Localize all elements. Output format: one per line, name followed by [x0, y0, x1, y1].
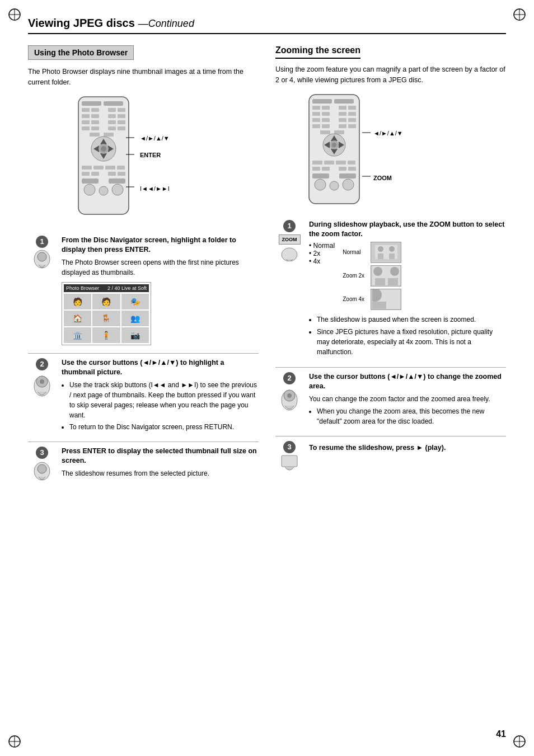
zoom2x-row: Zoom 2x	[343, 265, 401, 287]
thumb-header: Photo Browser 2 / 40 Live at Soft	[64, 284, 149, 292]
normal-zoom-row: Normal	[343, 242, 401, 263]
thumb-grid: 🧑 🧑 🎭 🏠 🪑 👥 🏛️ 🧍 📷	[64, 294, 149, 343]
left-step-1: 1 From the Disc Navigator screen, highli…	[28, 236, 259, 345]
right-step2-bullet: When you change the zoom area, this beco…	[317, 406, 506, 426]
right-step2-icon	[279, 384, 299, 412]
left-section-header: Using the Photo Browser	[28, 45, 134, 60]
main-content: Using the Photo Browser The Photo Browse…	[28, 45, 506, 489]
right-step2-title: Use the cursor buttons (◄/►/▲/▼) to chan…	[309, 372, 506, 392]
divider-2	[28, 442, 259, 442]
right-column: Zooming the screen Using the zoom featur…	[275, 45, 506, 489]
zoom-options-list: • Normal • 2x • 4x	[309, 242, 335, 310]
zoom-images-col: Normal Zoom 2x	[343, 242, 401, 310]
step2-bullet-1: Use the track skip buttons (I◄◄ and ►►I)…	[69, 380, 259, 420]
left-step-2: 2 Use the cursor buttons (◄/►/▲/▼) to hi…	[28, 358, 259, 434]
svg-point-57	[38, 252, 46, 261]
bullet-paused: The slideshow is paused when the screen …	[317, 314, 506, 325]
step2-icon	[32, 370, 52, 398]
divider-1	[28, 353, 259, 354]
page-number: 41	[496, 729, 506, 739]
right-step3-content: To resume the slideshow, press ► (play).	[309, 441, 506, 456]
thumb-3: 🎭	[121, 294, 149, 309]
thumb-2: 🧑	[92, 294, 120, 309]
thumb-8: 🧍	[92, 327, 120, 343]
svg-rect-123	[282, 456, 297, 467]
zoom2x-label: Zoom 2x	[343, 273, 368, 279]
right-arrow-lines	[275, 93, 455, 211]
right-step1-title: During slideshow playback, use the ZOOM …	[309, 220, 506, 240]
step2-content: Use the cursor buttons (◄/►/▲/▼) to high…	[62, 358, 259, 434]
right-step3-title: To resume the slideshow, press ► (play).	[309, 443, 506, 453]
step1-number: 1	[36, 236, 48, 248]
svg-point-113	[373, 267, 382, 276]
zoom-opt-normal: • Normal	[309, 242, 335, 250]
thumb-1: 🧑	[64, 294, 91, 309]
right-step1-content: During slideshow playback, use the ZOOM …	[309, 220, 506, 359]
right-divider-1	[275, 367, 506, 368]
right-step2-bullets: When you change the zoom area, this beco…	[309, 406, 506, 426]
left-step-list: 1 From the Disc Navigator screen, highli…	[28, 236, 259, 481]
zoom-options-row: • Normal • 2x • 4x Normal	[309, 242, 506, 310]
step1-icon	[32, 248, 52, 270]
svg-point-109	[389, 246, 395, 252]
normal-label: Normal	[343, 249, 368, 255]
thumb-7: 🏛️	[64, 327, 91, 343]
left-arrow-lines	[28, 96, 207, 224]
right-step2-body: You can change the zoom factor and the z…	[309, 394, 506, 404]
step3-body: The slideshow resumes from the selected …	[62, 468, 259, 478]
left-section-intro: The Photo Browser displays nine thumbnai…	[28, 67, 259, 88]
right-step2-content: Use the cursor buttons (◄/►/▲/▼) to chan…	[309, 372, 506, 428]
thumb-4: 🏠	[64, 311, 91, 326]
zoom-button-icon: ZOOM	[279, 234, 301, 245]
svg-rect-115	[375, 278, 385, 285]
step1-body: The Photo Browser screen opens with the …	[62, 257, 259, 278]
left-step-3: 3 Press ENTER to display the selected th…	[28, 447, 259, 481]
right-step2-number: 2	[283, 372, 296, 384]
svg-point-60	[40, 379, 44, 384]
right-step1-number: 1	[283, 220, 296, 232]
svg-rect-110	[378, 253, 383, 259]
right-step-2: 2 Use the cursor buttons (◄/►/▲/▼) to ch…	[275, 372, 506, 428]
right-step-1: 1 ZOOM During slideshow playback, use th…	[275, 220, 506, 359]
zoom2x-img	[371, 265, 401, 287]
right-divider-2	[275, 436, 506, 436]
svg-point-122	[287, 393, 292, 398]
right-step-list: 1 ZOOM During slideshow playback, use th…	[275, 220, 506, 473]
svg-rect-111	[389, 253, 395, 259]
zoom4x-row: Zoom 4x	[343, 289, 401, 310]
right-remote-container: ◄/►/▲/▼ ZOOM	[275, 93, 506, 211]
step2-body: Use the track skip buttons (I◄◄ and ►►I)…	[62, 380, 259, 432]
normal-zoom-img	[371, 242, 401, 263]
thumb-9: 📷	[121, 327, 149, 343]
step3-icon	[32, 459, 52, 481]
step3-content: Press ENTER to display the selected thum…	[62, 447, 259, 478]
step1-content: From the Disc Navigator screen, highligh…	[62, 236, 259, 345]
right-step3-icon	[279, 453, 299, 473]
bullet-quality: Since JPEG pictures have a fixed resolut…	[317, 327, 506, 357]
right-step1-icon	[279, 245, 299, 261]
right-step1-bullets: The slideshow is paused when the screen …	[309, 314, 506, 357]
svg-rect-119	[372, 302, 386, 309]
right-step-3: 3 To resume the slideshow, press ► (play…	[275, 441, 506, 473]
left-remote-container: ◄/►/▲/▼ ENTER I◄◄/►►I	[28, 96, 259, 224]
zoom-opt-4x: • 4x	[309, 257, 335, 265]
photo-browser-thumb: Photo Browser 2 / 40 Live at Soft 🧑 🧑 🎭 …	[62, 282, 151, 345]
step2-bullet-2: To return to the Disc Navigator screen, …	[69, 422, 259, 432]
page-continued: —Continued	[138, 18, 194, 30]
zoom4x-img	[371, 289, 401, 310]
page-title: Viewing JPEG discs	[28, 17, 135, 30]
thumb-header-right: 2 / 40 Live at Soft	[107, 285, 147, 291]
svg-point-114	[390, 267, 399, 276]
right-section-header: Zooming the screen	[275, 45, 360, 59]
page: Viewing JPEG discs —Continued Using the …	[0, 0, 534, 756]
right-section-intro: Using the zoom feature you can magnify a…	[275, 64, 506, 86]
step2-title: Use the cursor buttons (◄/►/▲/▼) to high…	[62, 358, 259, 378]
thumb-5: 🪑	[92, 311, 120, 326]
page-header: Viewing JPEG discs —Continued	[28, 17, 506, 34]
step2-number: 2	[36, 358, 48, 370]
svg-rect-116	[388, 278, 398, 285]
zoom4x-label: Zoom 4x	[343, 296, 368, 302]
left-column: Using the Photo Browser The Photo Browse…	[28, 45, 259, 489]
right-step3-number: 3	[283, 441, 296, 453]
thumb-header-left: Photo Browser	[66, 285, 99, 291]
